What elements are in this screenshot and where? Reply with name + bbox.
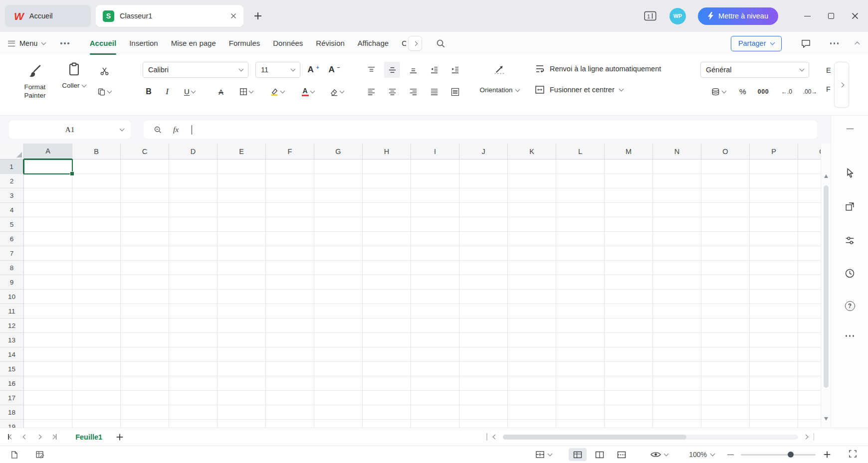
- tab-scroll-right-button[interactable]: [408, 36, 422, 51]
- copy-button[interactable]: [93, 84, 116, 100]
- increase-indent-button[interactable]: [447, 62, 463, 78]
- row-header-18[interactable]: 18: [0, 405, 24, 420]
- active-cell-selection[interactable]: [23, 159, 73, 174]
- font-size-select[interactable]: 11: [255, 62, 300, 78]
- number-format-select[interactable]: Général: [700, 62, 809, 78]
- zoom-formula-icon[interactable]: [154, 126, 162, 134]
- format-painter-button[interactable]: FormatPainter: [15, 61, 55, 111]
- menu-button[interactable]: Menu: [8, 39, 45, 47]
- sheet-icon[interactable]: [10, 451, 18, 459]
- tab-formules[interactable]: Formules: [229, 32, 260, 55]
- sheet-tab-feuille1[interactable]: Feuille1: [68, 428, 109, 446]
- vertical-scroll-thumb[interactable]: [824, 185, 829, 388]
- row-header-7[interactable]: 7: [0, 246, 24, 261]
- zoom-level-button[interactable]: 100%: [689, 451, 714, 459]
- align-top-button[interactable]: [363, 62, 379, 78]
- next-sheet-button[interactable]: [37, 435, 41, 439]
- user-avatar[interactable]: WP: [669, 8, 686, 24]
- column-header-H[interactable]: H: [363, 144, 411, 159]
- row-header-2[interactable]: 2: [0, 174, 24, 188]
- scroll-down-icon[interactable]: [824, 417, 828, 421]
- column-header-J[interactable]: J: [459, 144, 508, 159]
- column-header-A[interactable]: A: [24, 144, 72, 159]
- maximize-button[interactable]: [823, 8, 839, 24]
- share-button[interactable]: Partager: [731, 36, 782, 51]
- row-header-17[interactable]: 17: [0, 391, 24, 405]
- add-sheet-button[interactable]: [117, 434, 123, 440]
- tab-insertion[interactable]: Insertion: [129, 32, 158, 55]
- fullscreen-button[interactable]: [849, 450, 857, 460]
- more-options-icon[interactable]: [830, 42, 839, 44]
- row-header-3[interactable]: 3: [0, 188, 24, 203]
- column-header-N[interactable]: N: [653, 144, 701, 159]
- row-header-12[interactable]: 12: [0, 318, 24, 333]
- previous-sheet-button[interactable]: [23, 435, 27, 439]
- new-document-button[interactable]: [254, 12, 261, 19]
- scroll-up-icon[interactable]: [824, 174, 828, 178]
- column-header-D[interactable]: D: [169, 144, 217, 159]
- align-middle-button[interactable]: [384, 62, 400, 78]
- view-page-layout-button[interactable]: [591, 448, 609, 461]
- document-tab[interactable]: S Classeur1: [96, 5, 243, 27]
- increase-decimal-button[interactable]: .00→: [799, 84, 821, 100]
- column-header-G[interactable]: G: [314, 144, 363, 159]
- horizontal-scroll-thumb[interactable]: [503, 435, 686, 440]
- horizontal-scrollbar[interactable]: [503, 435, 798, 440]
- column-header-F[interactable]: F: [266, 144, 314, 159]
- wrap-text-button[interactable]: Renvoi à la ligne automatiquement: [535, 64, 661, 74]
- align-center-button[interactable]: [384, 84, 400, 100]
- view-page-break-button[interactable]: [613, 448, 631, 461]
- insert-function-button[interactable]: fx: [173, 125, 179, 134]
- comment-icon[interactable]: [801, 38, 811, 49]
- upgrade-button[interactable]: Mettre à niveau: [698, 7, 778, 25]
- row-header-13[interactable]: 13: [0, 333, 24, 347]
- first-sheet-button[interactable]: [8, 434, 13, 440]
- zoom-slider[interactable]: [741, 454, 816, 456]
- align-right-button[interactable]: [405, 84, 421, 100]
- zoom-slider-handle[interactable]: [788, 452, 794, 458]
- reading-mode-button[interactable]: [651, 451, 668, 458]
- accounting-format-button[interactable]: [706, 84, 730, 100]
- column-header-M[interactable]: M: [605, 144, 653, 159]
- collapse-panel-button[interactable]: [831, 129, 868, 129]
- row-header-16[interactable]: 16: [0, 376, 24, 391]
- column-header-O[interactable]: O: [701, 144, 750, 159]
- name-box[interactable]: A1: [9, 121, 131, 139]
- home-tab[interactable]: W Accueil: [5, 5, 91, 27]
- tab-données[interactable]: Données: [273, 32, 303, 55]
- scroll-left-icon[interactable]: [492, 435, 497, 440]
- sidebar-more-button[interactable]: [831, 335, 868, 337]
- zoom-out-button[interactable]: [727, 455, 734, 455]
- orientation-button[interactable]: Orientation: [470, 86, 529, 94]
- close-window-button[interactable]: [847, 8, 863, 24]
- comma-style-button[interactable]: 000: [753, 84, 773, 100]
- window-session-icon[interactable]: 1: [644, 11, 657, 21]
- tab-révision[interactable]: Révision: [316, 32, 345, 55]
- column-header-E[interactable]: E: [217, 144, 266, 159]
- more-tabs-icon[interactable]: [60, 42, 69, 44]
- column-header-P[interactable]: P: [750, 144, 798, 159]
- row-header-6[interactable]: 6: [0, 232, 24, 246]
- underline-button[interactable]: U: [178, 84, 202, 100]
- column-header-I[interactable]: I: [411, 144, 459, 159]
- shrink-font-button[interactable]: A−: [324, 62, 344, 78]
- distributed-button[interactable]: [447, 84, 463, 100]
- settings-button[interactable]: [831, 235, 868, 246]
- tab-affichage[interactable]: Affichage: [358, 32, 389, 55]
- row-header-15[interactable]: 15: [0, 362, 24, 376]
- font-color-button[interactable]: A: [295, 84, 320, 100]
- row-header-10[interactable]: 10: [0, 290, 24, 304]
- cells-area[interactable]: [24, 159, 821, 428]
- search-icon[interactable]: [436, 39, 445, 48]
- tab-outils[interactable]: Outils: [402, 32, 406, 55]
- strikethrough-button[interactable]: A: [213, 84, 229, 100]
- h-split-handle[interactable]: [814, 433, 815, 441]
- row-header-19[interactable]: 19: [0, 420, 24, 428]
- ribbon-expand-panel-button[interactable]: [834, 62, 849, 108]
- view-normal-button[interactable]: [569, 448, 587, 461]
- minimize-button[interactable]: [799, 8, 815, 24]
- fill-color-button[interactable]: [264, 84, 289, 100]
- align-left-button[interactable]: [363, 84, 379, 100]
- decrease-decimal-button[interactable]: ←.0: [776, 84, 797, 100]
- font-name-select[interactable]: Calibri: [143, 62, 248, 78]
